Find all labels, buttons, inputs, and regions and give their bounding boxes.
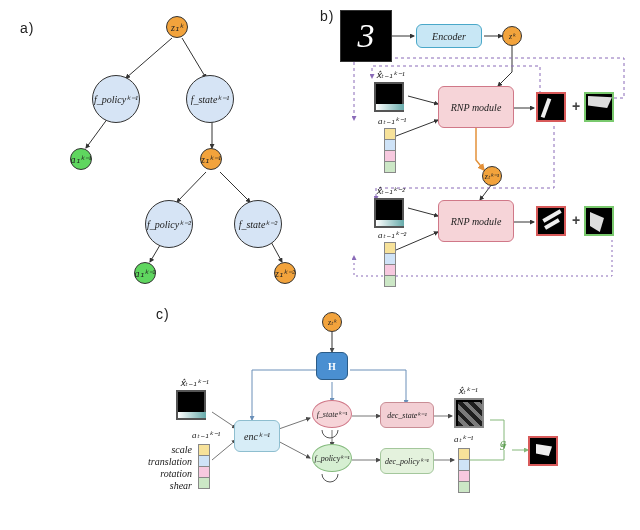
xhat-k1-label: x̂ₜ₋₁ᵏ⁻¹ <box>376 70 405 80</box>
f-policy-node: f_policyᵏ⁻¹ <box>312 444 352 472</box>
node-zk-c: zₜᵏ <box>322 312 342 332</box>
dec-policy-block: dec_policyᵏ⁻¹ <box>380 448 434 474</box>
svg-line-13 <box>408 96 438 104</box>
xhat-in-label: x̂ₜ₋₁ᵏ⁻¹ <box>180 378 209 388</box>
rnp-module-2: RNP module <box>438 200 514 242</box>
g-output-thumb <box>528 436 558 466</box>
dec-state-block: dec_stateᵏ⁻¹ <box>380 402 434 428</box>
f-state-node: f_stateᵏ⁻¹ <box>312 400 352 428</box>
enc-block: encᵏ⁻¹ <box>234 420 280 452</box>
panel-b-arrows <box>0 0 640 300</box>
xhat-out-thumb <box>454 398 484 428</box>
rnp1-out-red <box>536 92 566 122</box>
node-zk1-b: zₜᵏ⁻¹ <box>482 166 502 186</box>
xhat-in-thumb <box>176 390 206 420</box>
node-zk-b: zᵏ <box>502 26 522 46</box>
a-k1-label: aₜ₋₁ᵏ⁻¹ <box>378 116 406 126</box>
a-k2-label: aₜ₋₁ᵏ⁻² <box>378 230 406 240</box>
xhat-k2-label: x̂ₜ₋₁ᵏ⁻² <box>376 186 405 196</box>
rnp1-out-green <box>584 92 614 122</box>
encoder-box: Encoder <box>416 24 482 48</box>
a-in-label: aₜ₋₁ᵏ⁻¹ <box>192 430 220 440</box>
svg-line-11 <box>480 184 492 200</box>
param-labels: scale translation rotation shear <box>120 444 192 492</box>
a-out-label: aₜᵏ⁻¹ <box>454 434 473 444</box>
g-label: g <box>500 436 506 451</box>
a-k2-bar <box>384 242 396 286</box>
h-block: H <box>316 352 348 380</box>
a-k1-bar <box>384 128 396 172</box>
svg-line-19 <box>276 418 310 430</box>
input-digit-image: 3 <box>340 10 392 62</box>
xhat-k1-thumb <box>374 82 404 112</box>
plus-2: + <box>572 212 580 228</box>
svg-line-26 <box>212 412 236 428</box>
xhat-k2-thumb <box>374 198 404 228</box>
rnp-module-1: RNP module <box>438 86 514 128</box>
svg-line-27 <box>212 440 236 460</box>
xhat-out-label: x̂ₜᵏ⁻¹ <box>458 386 478 396</box>
svg-line-15 <box>408 208 438 216</box>
a-out-bar <box>458 448 470 492</box>
plus-1: + <box>572 98 580 114</box>
rnp2-out-red <box>536 206 566 236</box>
a-in-bar <box>198 444 210 488</box>
svg-line-20 <box>276 440 310 458</box>
rnp2-out-green <box>584 206 614 236</box>
